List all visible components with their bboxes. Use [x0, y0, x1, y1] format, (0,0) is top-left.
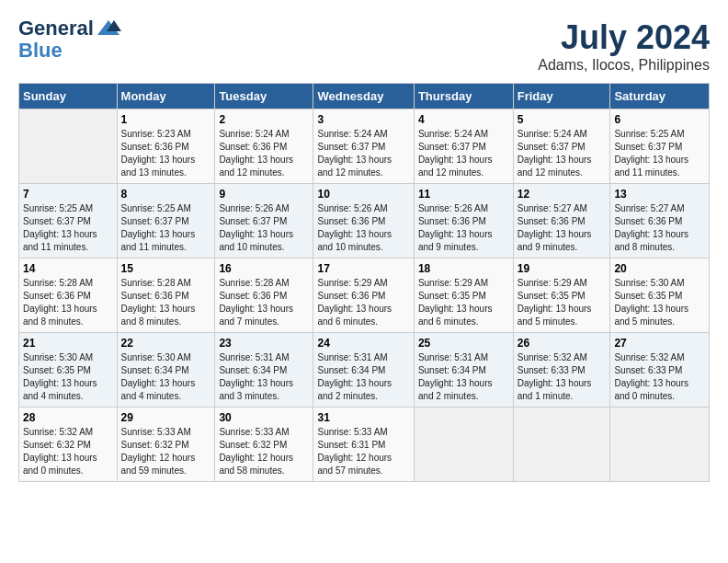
calendar-cell: 24Sunrise: 5:31 AM Sunset: 6:34 PM Dayli…: [313, 333, 414, 408]
page-header: General Blue July 2024 Adams, Ilocos, Ph…: [18, 18, 710, 74]
day-number: 10: [317, 188, 409, 201]
calendar-cell: 22Sunrise: 5:30 AM Sunset: 6:34 PM Dayli…: [117, 333, 215, 408]
day-info: Sunrise: 5:29 AM Sunset: 6:35 PM Dayligh…: [418, 277, 509, 328]
calendar-cell: 12Sunrise: 5:27 AM Sunset: 6:36 PM Dayli…: [513, 184, 610, 259]
calendar-cell: 19Sunrise: 5:29 AM Sunset: 6:35 PM Dayli…: [513, 259, 610, 333]
day-number: 17: [317, 262, 409, 275]
calendar-cell: 18Sunrise: 5:29 AM Sunset: 6:35 PM Dayli…: [414, 259, 513, 333]
calendar-cell: 17Sunrise: 5:29 AM Sunset: 6:36 PM Dayli…: [313, 259, 414, 333]
day-info: Sunrise: 5:31 AM Sunset: 6:34 PM Dayligh…: [219, 351, 309, 403]
calendar-cell: [513, 408, 610, 482]
day-number: 20: [614, 262, 705, 275]
day-number: 26: [518, 337, 607, 350]
month-year-title: July 2024: [538, 18, 710, 57]
title-block: July 2024 Adams, Ilocos, Philippines: [538, 18, 710, 74]
day-info: Sunrise: 5:30 AM Sunset: 6:35 PM Dayligh…: [614, 277, 705, 328]
calendar-cell: 16Sunrise: 5:28 AM Sunset: 6:36 PM Dayli…: [215, 259, 313, 333]
day-number: 30: [219, 411, 309, 424]
calendar-cell: 28Sunrise: 5:32 AM Sunset: 6:32 PM Dayli…: [19, 408, 118, 482]
day-number: 24: [317, 337, 409, 350]
day-info: Sunrise: 5:25 AM Sunset: 6:37 PM Dayligh…: [614, 128, 705, 179]
calendar-cell: 4Sunrise: 5:24 AM Sunset: 6:37 PM Daylig…: [414, 109, 513, 184]
week-row-1: 1Sunrise: 5:23 AM Sunset: 6:36 PM Daylig…: [19, 109, 710, 184]
calendar-cell: 5Sunrise: 5:24 AM Sunset: 6:37 PM Daylig…: [513, 109, 610, 184]
day-info: Sunrise: 5:24 AM Sunset: 6:37 PM Dayligh…: [317, 128, 409, 179]
day-number: 14: [23, 262, 113, 275]
calendar-cell: 15Sunrise: 5:28 AM Sunset: 6:36 PM Dayli…: [117, 259, 215, 333]
calendar-cell: [414, 408, 513, 482]
day-number: 1: [121, 113, 211, 126]
header-saturday: Saturday: [610, 84, 710, 109]
day-number: 25: [418, 337, 509, 350]
calendar-cell: 9Sunrise: 5:26 AM Sunset: 6:37 PM Daylig…: [215, 184, 313, 259]
day-number: 27: [614, 337, 705, 350]
day-info: Sunrise: 5:27 AM Sunset: 6:36 PM Dayligh…: [614, 202, 705, 254]
calendar-table: SundayMondayTuesdayWednesdayThursdayFrid…: [18, 83, 710, 482]
day-number: 29: [121, 411, 211, 424]
day-info: Sunrise: 5:23 AM Sunset: 6:36 PM Dayligh…: [121, 128, 211, 179]
calendar-cell: 27Sunrise: 5:32 AM Sunset: 6:33 PM Dayli…: [610, 333, 710, 408]
day-info: Sunrise: 5:32 AM Sunset: 6:32 PM Dayligh…: [23, 426, 113, 477]
day-number: 23: [219, 337, 309, 350]
day-number: 13: [614, 188, 705, 201]
logo: General Blue: [18, 18, 121, 63]
calendar-cell: 21Sunrise: 5:30 AM Sunset: 6:35 PM Dayli…: [19, 333, 118, 408]
day-info: Sunrise: 5:33 AM Sunset: 6:32 PM Dayligh…: [121, 426, 211, 477]
day-info: Sunrise: 5:27 AM Sunset: 6:36 PM Dayligh…: [518, 202, 607, 254]
day-info: Sunrise: 5:28 AM Sunset: 6:36 PM Dayligh…: [23, 277, 113, 328]
header-wednesday: Wednesday: [313, 84, 414, 109]
day-info: Sunrise: 5:28 AM Sunset: 6:36 PM Dayligh…: [121, 277, 211, 328]
calendar-cell: 25Sunrise: 5:31 AM Sunset: 6:34 PM Dayli…: [414, 333, 513, 408]
calendar-cell: 31Sunrise: 5:33 AM Sunset: 6:31 PM Dayli…: [313, 408, 414, 482]
day-number: 22: [121, 337, 211, 350]
header-thursday: Thursday: [414, 84, 513, 109]
calendar-cell: 30Sunrise: 5:33 AM Sunset: 6:32 PM Dayli…: [215, 408, 313, 482]
day-info: Sunrise: 5:24 AM Sunset: 6:36 PM Dayligh…: [219, 128, 309, 179]
day-number: 16: [219, 262, 309, 275]
location-subtitle: Adams, Ilocos, Philippines: [538, 57, 710, 74]
day-info: Sunrise: 5:30 AM Sunset: 6:35 PM Dayligh…: [23, 351, 113, 403]
calendar-cell: 23Sunrise: 5:31 AM Sunset: 6:34 PM Dayli…: [215, 333, 313, 408]
header-monday: Monday: [117, 84, 215, 109]
day-info: Sunrise: 5:31 AM Sunset: 6:34 PM Dayligh…: [317, 351, 409, 403]
day-number: 31: [317, 411, 409, 424]
calendar-cell: 29Sunrise: 5:33 AM Sunset: 6:32 PM Dayli…: [117, 408, 215, 482]
week-row-2: 7Sunrise: 5:25 AM Sunset: 6:37 PM Daylig…: [19, 184, 710, 259]
calendar-cell: 14Sunrise: 5:28 AM Sunset: 6:36 PM Dayli…: [19, 259, 118, 333]
calendar-cell: 20Sunrise: 5:30 AM Sunset: 6:35 PM Dayli…: [610, 259, 710, 333]
logo-general: General: [18, 18, 94, 39]
day-info: Sunrise: 5:31 AM Sunset: 6:34 PM Dayligh…: [418, 351, 509, 403]
day-number: 9: [219, 188, 309, 201]
day-info: Sunrise: 5:24 AM Sunset: 6:37 PM Dayligh…: [418, 128, 509, 179]
day-info: Sunrise: 5:32 AM Sunset: 6:33 PM Dayligh…: [518, 351, 607, 403]
day-info: Sunrise: 5:28 AM Sunset: 6:36 PM Dayligh…: [219, 277, 309, 328]
day-info: Sunrise: 5:29 AM Sunset: 6:35 PM Dayligh…: [518, 277, 607, 328]
day-info: Sunrise: 5:33 AM Sunset: 6:31 PM Dayligh…: [317, 426, 409, 477]
calendar-cell: [19, 109, 118, 184]
calendar-cell: 11Sunrise: 5:26 AM Sunset: 6:36 PM Dayli…: [414, 184, 513, 259]
day-number: 5: [518, 113, 607, 126]
header-row: SundayMondayTuesdayWednesdayThursdayFrid…: [19, 84, 710, 109]
header-sunday: Sunday: [19, 84, 118, 109]
calendar-cell: 6Sunrise: 5:25 AM Sunset: 6:37 PM Daylig…: [610, 109, 710, 184]
day-info: Sunrise: 5:30 AM Sunset: 6:34 PM Dayligh…: [121, 351, 211, 403]
day-info: Sunrise: 5:26 AM Sunset: 6:36 PM Dayligh…: [317, 202, 409, 254]
week-row-5: 28Sunrise: 5:32 AM Sunset: 6:32 PM Dayli…: [19, 408, 710, 482]
day-info: Sunrise: 5:26 AM Sunset: 6:36 PM Dayligh…: [418, 202, 509, 254]
header-tuesday: Tuesday: [215, 84, 313, 109]
day-info: Sunrise: 5:25 AM Sunset: 6:37 PM Dayligh…: [121, 202, 211, 254]
day-info: Sunrise: 5:32 AM Sunset: 6:33 PM Dayligh…: [614, 351, 705, 403]
day-info: Sunrise: 5:25 AM Sunset: 6:37 PM Dayligh…: [23, 202, 113, 254]
header-friday: Friday: [513, 84, 610, 109]
logo-icon: [96, 18, 121, 39]
week-row-3: 14Sunrise: 5:28 AM Sunset: 6:36 PM Dayli…: [19, 259, 710, 333]
day-info: Sunrise: 5:26 AM Sunset: 6:37 PM Dayligh…: [219, 202, 309, 254]
day-number: 12: [518, 188, 607, 201]
day-info: Sunrise: 5:24 AM Sunset: 6:37 PM Dayligh…: [518, 128, 607, 179]
calendar-cell: 7Sunrise: 5:25 AM Sunset: 6:37 PM Daylig…: [19, 184, 118, 259]
day-info: Sunrise: 5:29 AM Sunset: 6:36 PM Dayligh…: [317, 277, 409, 328]
day-number: 15: [121, 262, 211, 275]
calendar-cell: 1Sunrise: 5:23 AM Sunset: 6:36 PM Daylig…: [117, 109, 215, 184]
day-number: 11: [418, 188, 509, 201]
calendar-cell: 2Sunrise: 5:24 AM Sunset: 6:36 PM Daylig…: [215, 109, 313, 184]
